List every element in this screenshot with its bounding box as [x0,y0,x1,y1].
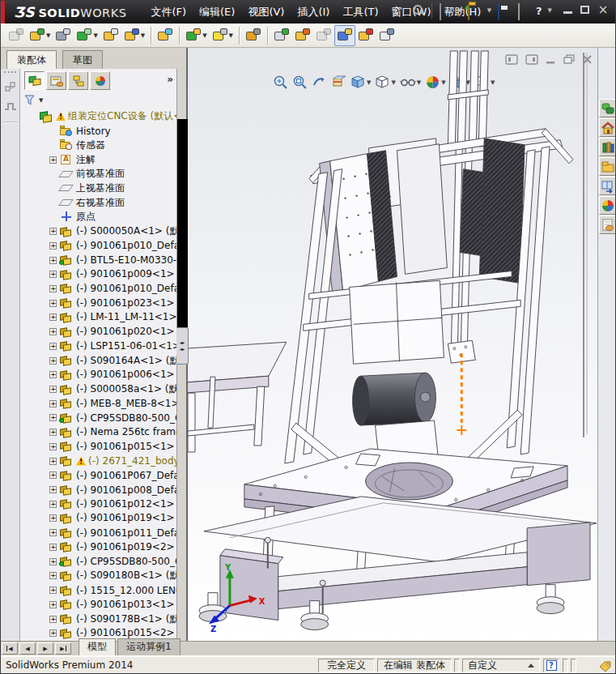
next-tab-button[interactable]: ▶ [37,642,53,655]
tree-item[interactable]: + ! (-) 901061p010_Default_As [20,282,176,296]
expand-toggle-icon[interactable]: + [49,616,57,623]
menu-item[interactable]: 文件(F) [144,2,193,23]
expand-toggle-icon[interactable]: + [49,429,57,436]
dropdown-caret-icon[interactable]: ▼ [93,32,97,39]
tree-item[interactable]: + ! (-) Nema 256tc frame<1> (默 [20,425,176,440]
expand-toggle-icon[interactable]: + [49,501,57,508]
tree-item[interactable]: + ! (-) 901061p010_Default_As [20,238,176,253]
tree-item[interactable]: + ! 前视基准面 [20,167,176,181]
toolbar-grip[interactable] [4,71,16,73]
dropdown-caret-icon[interactable]: ▼ [202,32,206,39]
expand-toggle-icon[interactable]: + [49,271,57,278]
expand-toggle-icon[interactable]: + [49,386,57,393]
tree-item[interactable]: + ! (-) 901061p023<1> (默认<< [20,296,176,310]
tree-item[interactable]: + ! 注解 [20,152,176,167]
first-tab-button[interactable]: ◀ [2,642,18,655]
menu-item[interactable]: 编辑(E) [193,2,241,23]
assembly-structure-icon[interactable] [2,78,19,96]
panel-expand-chevron[interactable]: » [167,74,173,85]
tab-模型[interactable]: 模型 [79,638,116,655]
tree-item[interactable]: + ! (-) 901061p006<1> (默认<< [20,368,176,382]
file-explorer-icon[interactable] [599,157,616,176]
panel-splitter[interactable]: ◂▸◂▸ [176,327,189,365]
dropdown-caret-icon[interactable]: ▼ [46,32,50,39]
zoom-fit-icon[interactable] [273,75,288,90]
expand-toggle-icon[interactable]: + [49,357,57,365]
show-hidden-components-button[interactable]: ▼ [155,25,176,46]
tree-item[interactable]: + ! (-) CP95SDB80-500_CP95SDB8 [20,411,176,425]
minimize-document-icon[interactable] [546,54,556,65]
open-document-icon[interactable] [468,4,482,17]
explode-line-sketch-button[interactable]: ▼ [313,25,334,46]
custom-dropdown[interactable]: 自定义 [462,659,540,672]
reference-geometry-button[interactable]: ▼ [210,25,236,46]
tree-item[interactable]: + ! (-) 901061p009<1> (默认<< [20,267,176,282]
tree-item[interactable]: + ! (-) MEB-8_MEB-8<1> (默认<< [20,396,176,411]
tree-item[interactable]: + ! (-) 901061p012<1> (默认<< [20,497,176,511]
expand-toggle-icon[interactable]: + [49,257,57,264]
display-style-icon[interactable]: ▼ [375,75,395,90]
tree-item[interactable]: + ! (-) 901061p011_Default_As [20,526,176,540]
instant3d-button[interactable]: ▼ [334,25,355,46]
tree-item[interactable]: + ! (-) LSP151-06-01<1> (默认< [20,339,176,354]
tree-item[interactable]: + ! 传感器 [20,138,176,152]
next-window-icon[interactable] [525,54,538,65]
expand-toggle-icon[interactable]: + [49,486,57,493]
tree-item[interactable]: + ! 右视基准面 [20,195,176,210]
view-palette-icon[interactable] [599,177,616,195]
mate-button[interactable]: ▼ [53,25,74,46]
restore-document-icon[interactable] [563,54,575,65]
design-library-icon[interactable] [599,138,616,156]
bill-of-materials-button[interactable]: ▼ [271,25,292,46]
tree-filter[interactable]: ▼ [23,94,43,106]
expand-toggle-icon[interactable]: + [49,242,57,250]
expand-toggle-icon[interactable]: + [49,529,57,536]
help-status-button[interactable]: ? [543,659,559,672]
save-icon[interactable] [497,4,511,17]
tree-item[interactable]: + ! (-) S090178B<1> (默认<<默 [20,612,176,626]
dropdown-caret-icon[interactable]: ▼ [229,32,233,39]
tree-item[interactable]: + ! (-) 901061p020<1> (默认<< [20,325,176,339]
expand-toggle-icon[interactable]: + [49,156,57,164]
previous-tab-button[interactable]: ◀ [19,642,36,655]
view-orientation-icon[interactable]: ▼ [350,75,371,90]
step-function-icon[interactable] [2,97,19,115]
help-icon[interactable]: ? [536,5,542,17]
menu-item[interactable]: 视图(V) [241,2,291,23]
propertymanager-icon[interactable] [46,71,66,90]
expand-toggle-icon[interactable]: + [49,228,57,235]
expand-toggle-icon[interactable]: + [49,544,57,551]
close-button[interactable]: × [597,5,609,15]
tree-item[interactable]: + ! 组装定位CNC设备 (默认<默认 [20,109,176,124]
expand-toggle-icon[interactable]: + [49,414,57,421]
tag-icon[interactable] [598,660,612,674]
new-document-icon[interactable] [438,4,452,17]
last-tab-button[interactable]: ▶ [55,642,71,655]
linear-component-pattern-button[interactable]: ▼ [74,25,100,46]
expand-toggle-icon[interactable]: + [49,572,57,579]
tree-item[interactable]: + ! (-) 901061p019<2> (默认<< [20,540,176,555]
section-view-icon[interactable] [331,75,346,90]
tree-item[interactable]: + ! (-) 1515_12.000 LENGTH<1> [20,583,176,598]
previous-window-icon[interactable] [505,54,518,65]
expand-toggle-icon[interactable]: + [49,558,57,565]
menu-item[interactable]: 插入(I) [291,2,336,23]
expand-toggle-icon[interactable]: + [49,314,57,321]
interference-detection-button[interactable]: ▼ [355,25,376,46]
solidworks-forum-icon[interactable] [599,99,616,117]
expand-toggle-icon[interactable]: + [49,601,57,608]
graphics-area[interactable]: ▼ ▼ ▼ ▼ ▼ ▼ [186,48,597,641]
apply-scene-icon[interactable]: ▼ [450,75,470,90]
dropdown-caret-icon[interactable]: ▼ [141,32,145,39]
previous-view-icon[interactable] [312,75,327,90]
expand-toggle-icon[interactable]: + [49,285,57,292]
expand-toggle-icon[interactable]: + [49,471,57,479]
appearances-icon[interactable] [599,196,616,215]
expand-toggle-icon[interactable]: + [49,629,57,637]
tree-item[interactable]: + ! (-) 2671_421_body<1> (默 [20,454,176,468]
expand-toggle-icon[interactable]: + [49,371,57,378]
restore-button[interactable] [580,6,589,14]
photoview-360-button[interactable]: ▼ [376,25,397,46]
move-component-button[interactable]: ▼ [121,25,147,46]
tree-item[interactable]: + ! (-) LM-11_LM-11<1> (默认<< [20,310,176,325]
